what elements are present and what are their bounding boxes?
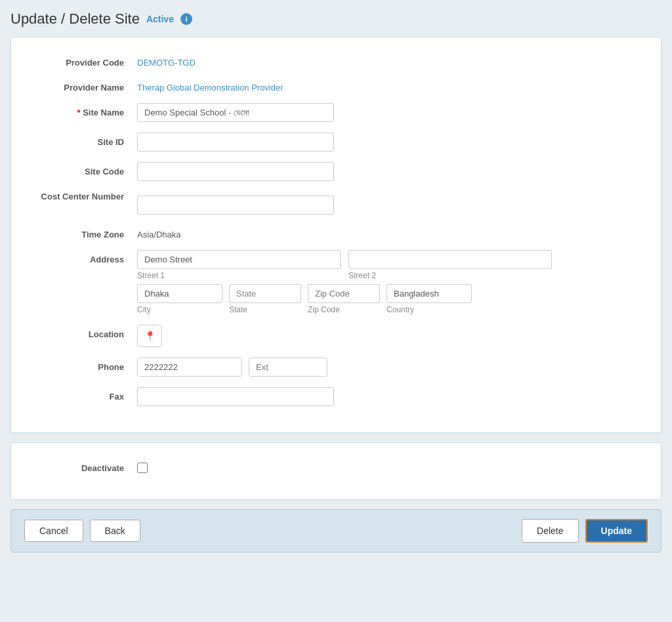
- fax-row: Fax: [32, 387, 640, 406]
- site-id-row: Site ID: [32, 133, 640, 152]
- info-icon[interactable]: i: [180, 13, 192, 25]
- location-row: Location 📍: [32, 325, 640, 347]
- zip-input[interactable]: [308, 284, 380, 303]
- time-zone-label: Time Zone: [32, 225, 137, 239]
- location-icon: 📍: [144, 331, 156, 341]
- provider-code-row: Provider Code DEMOTG-TGD: [32, 53, 640, 68]
- fax-label: Fax: [32, 387, 137, 402]
- street1-input[interactable]: [137, 250, 341, 269]
- street2-group: Street 2: [348, 250, 552, 280]
- cancel-button[interactable]: Cancel: [24, 520, 83, 542]
- deactivate-checkbox[interactable]: [137, 463, 148, 473]
- street1-group: Street 1: [137, 250, 341, 280]
- street1-label: Street 1: [137, 271, 341, 280]
- provider-name-label: Provider Name: [32, 78, 137, 93]
- time-zone-value: Asia/Dhaka: [137, 225, 180, 239]
- site-code-label: Site Code: [32, 162, 137, 176]
- site-name-label: Site Name: [32, 103, 137, 117]
- status-badge: Active: [146, 14, 174, 24]
- address-row1: Street 1 Street 2: [137, 250, 552, 280]
- state-group: State State: [229, 284, 301, 314]
- provider-code-value: DEMOTG-TGD: [137, 53, 196, 68]
- cost-center-label: Cost Center Number: [32, 192, 137, 201]
- deactivate-label: Deactivate: [32, 459, 137, 473]
- provider-name-row: Provider Name Therap Global Demonstratio…: [32, 78, 640, 93]
- street2-label: Street 2: [348, 271, 552, 280]
- country-group: Bangladesh Country: [387, 284, 472, 314]
- delete-button[interactable]: Delete: [522, 519, 578, 543]
- zip-label: Zip Code: [308, 305, 380, 314]
- phone-row: Phone: [32, 358, 640, 377]
- state-label: State: [229, 305, 301, 314]
- street2-input[interactable]: [348, 250, 552, 269]
- address-label: Address: [32, 250, 137, 264]
- back-button[interactable]: Back: [90, 520, 140, 542]
- footer-bar: Cancel Back Delete Update: [10, 509, 662, 552]
- phone-label: Phone: [32, 358, 137, 372]
- address-row2: City State State Zip Code Bang: [137, 284, 552, 314]
- zip-group: Zip Code: [308, 284, 380, 314]
- main-form-card: Provider Code DEMOTG-TGD Provider Name T…: [10, 37, 662, 433]
- provider-name-value: Therap Global Demonstration Provider: [137, 78, 284, 93]
- country-select[interactable]: Bangladesh: [387, 284, 472, 303]
- footer-right: Delete Update: [522, 519, 648, 543]
- update-button[interactable]: Update: [585, 519, 648, 543]
- site-id-label: Site ID: [32, 133, 137, 147]
- site-code-row: Site Code: [32, 162, 640, 181]
- footer-left: Cancel Back: [24, 520, 140, 542]
- site-code-input[interactable]: [137, 162, 334, 181]
- state-select[interactable]: State: [229, 284, 301, 303]
- address-row: Address Street 1 Street 2 City: [32, 250, 640, 314]
- city-input[interactable]: [137, 284, 222, 303]
- site-name-input[interactable]: [137, 103, 334, 122]
- fax-input[interactable]: [137, 387, 334, 406]
- phone-inputs: [137, 358, 327, 377]
- location-button[interactable]: 📍: [137, 325, 162, 347]
- phone-input[interactable]: [137, 358, 242, 377]
- cost-center-row: Cost Center Number: [32, 192, 640, 215]
- address-section: Street 1 Street 2 City State: [137, 250, 552, 314]
- provider-code-label: Provider Code: [32, 53, 137, 68]
- city-label: City: [137, 305, 222, 314]
- time-zone-row: Time Zone Asia/Dhaka: [32, 225, 640, 239]
- cost-center-input[interactable]: [137, 196, 334, 215]
- location-label: Location: [32, 325, 137, 339]
- site-name-row: Site Name: [32, 103, 640, 122]
- country-label: Country: [387, 305, 472, 314]
- site-id-input[interactable]: [137, 133, 334, 152]
- deactivate-row: Deactivate: [32, 459, 640, 473]
- ext-input[interactable]: [249, 358, 327, 377]
- deactivate-card: Deactivate: [10, 442, 662, 500]
- page-title: Update / Delete Site Active i: [10, 10, 662, 28]
- city-group: City: [137, 284, 222, 314]
